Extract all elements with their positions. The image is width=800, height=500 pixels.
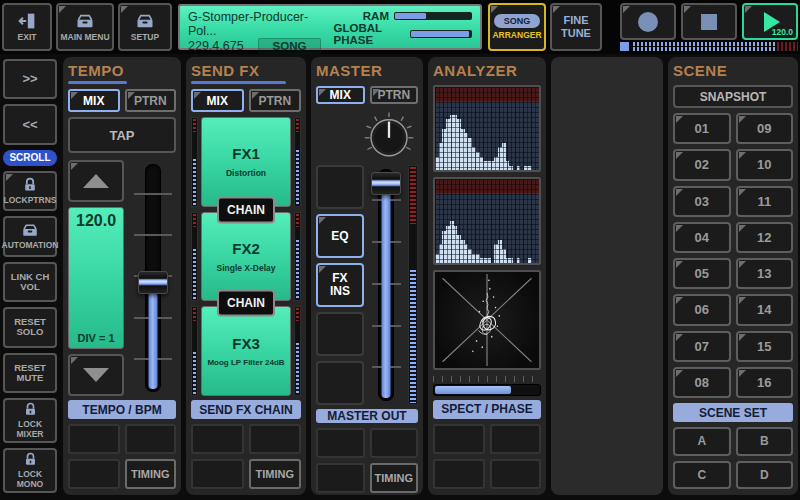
fx2-button[interactable]: FX2 Single X-Delay	[201, 212, 291, 302]
tempo-pad[interactable]	[68, 424, 120, 454]
master-volume-knob[interactable]	[362, 109, 416, 163]
send-fx-pad[interactable]	[191, 459, 244, 489]
master-ptrn-tab[interactable]: PTRN	[370, 86, 419, 104]
scene-button-07[interactable]: 07	[673, 331, 731, 362]
fx1-meter-right	[294, 117, 301, 207]
send-fx-timing-button[interactable]: TIMING	[249, 459, 302, 489]
song-arranger-toggle[interactable]: SONG ARRANGER	[488, 3, 546, 51]
fx3-button[interactable]: FX3 Moog LP Filter 24dB	[201, 306, 291, 396]
fx2-meter-left	[191, 212, 198, 302]
scene-button-02[interactable]: 02	[673, 149, 731, 180]
setup-button[interactable]: SETUP	[118, 3, 172, 51]
scene-button-06[interactable]: 06	[673, 294, 731, 325]
snapshot-button[interactable]: SNAPSHOT	[673, 85, 793, 108]
fine-tune-button[interactable]: FINE TUNE	[550, 3, 602, 51]
lock-patterns-button[interactable]: LOCKPTRNS	[3, 171, 57, 211]
master-pad[interactable]	[316, 428, 365, 458]
song-position-strip	[620, 42, 798, 51]
master-section: MASTER MIX PTRN	[311, 57, 423, 495]
chain-button-2[interactable]: CHAIN	[217, 289, 275, 316]
ram-label: RAM	[363, 10, 389, 22]
scene-button-03[interactable]: 03	[673, 186, 731, 217]
drawer-icon	[21, 223, 39, 238]
master-mix-tab[interactable]: MIX	[316, 86, 365, 104]
master-eq-button[interactable]: EQ	[316, 214, 364, 258]
tempo-up-button[interactable]	[68, 160, 124, 202]
arranger-label: ARRANGER	[492, 30, 541, 40]
tempo-pad[interactable]	[125, 424, 177, 454]
lock-mixer-button[interactable]: LOCK MIXER	[3, 398, 57, 443]
scroll-left-button[interactable]: <<	[3, 104, 57, 144]
tempo-pad[interactable]	[68, 459, 120, 489]
scroll-right-button[interactable]: >>	[3, 59, 57, 99]
analyzer-pad[interactable]	[433, 459, 485, 489]
fine-tune-label: FINE TUNE	[561, 14, 591, 40]
tempo-mix-tab[interactable]: MIX	[68, 89, 120, 112]
send-fx-ptrn-tab[interactable]: PTRN	[249, 89, 302, 112]
main-menu-button[interactable]: MAIN MENU	[56, 3, 114, 51]
chain-button-1[interactable]: CHAIN	[217, 196, 275, 223]
master-timing-button[interactable]: TIMING	[370, 463, 419, 493]
scene-button-11[interactable]: 11	[736, 186, 794, 217]
scene-button-12[interactable]: 12	[736, 222, 794, 253]
scene-button-14[interactable]: 14	[736, 294, 794, 325]
tempo-fader-handle[interactable]	[138, 271, 168, 294]
master-level-meter	[408, 165, 418, 405]
tempo-fader[interactable]	[130, 160, 176, 396]
master-slot-button[interactable]	[316, 312, 364, 356]
scene-button-15[interactable]: 15	[736, 331, 794, 362]
drawer-icon	[135, 13, 155, 30]
scene-button-05[interactable]: 05	[673, 258, 731, 289]
scene-bank-c[interactable]: C	[673, 461, 731, 490]
automation-button[interactable]: AUTOMATION	[3, 216, 57, 256]
record-icon	[638, 12, 658, 32]
reset-solo-button[interactable]: RESET SOLO	[3, 307, 57, 347]
scene-bank-a[interactable]: A	[673, 427, 731, 456]
master-fader-handle[interactable]	[371, 172, 401, 195]
fx2-meter-right	[294, 212, 301, 302]
master-fader[interactable]	[368, 165, 405, 405]
scene-button-01[interactable]: 01	[673, 113, 731, 144]
reset-mute-button[interactable]: RESET MUTE	[3, 353, 57, 393]
phase-slider[interactable]	[433, 384, 541, 396]
version-number: 229.4.675	[188, 39, 244, 53]
scene-bank-grid: ABCD	[673, 427, 793, 489]
goniometer-graphic	[435, 272, 539, 368]
master-pad[interactable]	[370, 428, 419, 458]
arrow-up-icon	[83, 174, 109, 188]
analyzer-pad[interactable]	[433, 424, 485, 454]
exit-button[interactable]: EXIT	[2, 3, 52, 51]
scene-button-13[interactable]: 13	[736, 258, 794, 289]
tempo-timing-button[interactable]: TIMING	[125, 459, 177, 489]
scene-button-08[interactable]: 08	[673, 367, 731, 398]
master-slot-button[interactable]	[316, 361, 364, 405]
scene-button-10[interactable]: 10	[736, 149, 794, 180]
scene-title: SCENE	[673, 62, 793, 79]
send-fx-pad[interactable]	[249, 424, 302, 454]
fx1-button[interactable]: FX1 Distortion	[201, 117, 291, 207]
scene-button-04[interactable]: 04	[673, 222, 731, 253]
analyzer-pad[interactable]	[490, 459, 542, 489]
send-fx-mix-tab[interactable]: MIX	[191, 89, 244, 112]
fx3-meter-right	[294, 306, 301, 396]
scene-button-16[interactable]: 16	[736, 367, 794, 398]
record-button[interactable]	[620, 3, 676, 40]
play-button[interactable]: 120.0	[742, 3, 798, 40]
analyzer-pad[interactable]	[490, 424, 542, 454]
scene-bank-d[interactable]: D	[736, 461, 794, 490]
link-ch-vol-button[interactable]: LINK CH VOL	[3, 262, 57, 302]
tap-tempo-button[interactable]: TAP	[68, 117, 176, 153]
lock-mono-button[interactable]: LOCK MONO	[3, 448, 57, 493]
send-fx-pad[interactable]	[191, 424, 244, 454]
mode-chip[interactable]: SONG	[258, 38, 322, 54]
stop-button[interactable]	[681, 3, 737, 40]
tempo-ptrn-tab[interactable]: PTRN	[125, 89, 177, 112]
scene-button-09[interactable]: 09	[736, 113, 794, 144]
send-fx-scroll-indicator	[191, 81, 286, 84]
master-fx-insert-button[interactable]: FX INS	[316, 263, 364, 307]
master-slot-button[interactable]	[316, 165, 364, 209]
scene-bank-b[interactable]: B	[736, 427, 794, 456]
tempo-down-button[interactable]	[68, 354, 124, 396]
master-pad[interactable]	[316, 463, 365, 493]
send-fx-title: SEND FX	[191, 62, 301, 79]
